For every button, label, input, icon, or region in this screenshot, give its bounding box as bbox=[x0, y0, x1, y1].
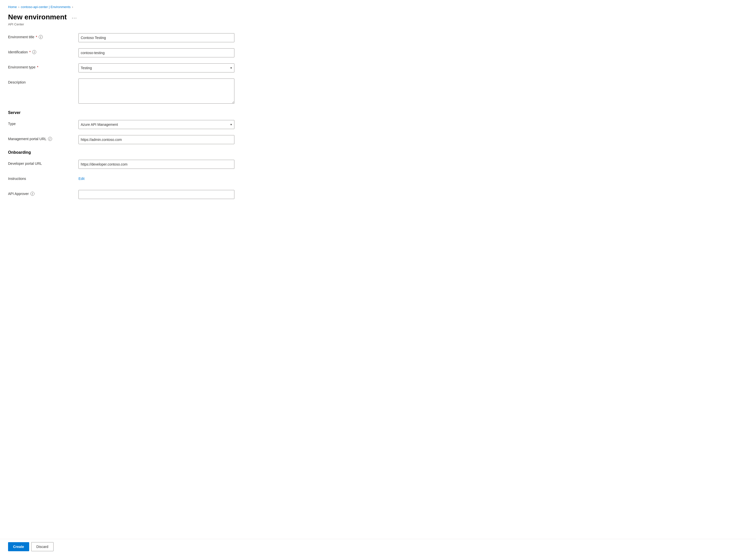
api-approver-row: API Approver i bbox=[8, 190, 294, 199]
environment-type-row: Environment type * Testing Production St… bbox=[8, 63, 294, 72]
instructions-edit-link[interactable]: Edit bbox=[78, 175, 84, 181]
api-approver-info-icon[interactable]: i bbox=[31, 192, 35, 196]
onboarding-section: Onboarding bbox=[8, 150, 294, 155]
instructions-control: Edit bbox=[78, 175, 234, 181]
environment-type-control: Testing Production Staging Development ▾ bbox=[78, 63, 234, 72]
env-type-required-asterisk: * bbox=[37, 65, 38, 69]
server-type-control: Azure API Management AWS API Gateway Oth… bbox=[78, 120, 234, 129]
create-button[interactable]: Create bbox=[8, 542, 29, 551]
discard-button[interactable]: Discard bbox=[31, 542, 54, 551]
environment-type-label: Environment type * bbox=[8, 63, 78, 69]
environment-type-select[interactable]: Testing Production Staging Development bbox=[78, 63, 234, 72]
developer-portal-url-control bbox=[78, 160, 234, 169]
environment-title-input[interactable] bbox=[78, 33, 234, 42]
management-portal-url-info-icon[interactable]: i bbox=[48, 137, 52, 141]
environment-title-row: Environment title * i bbox=[8, 33, 294, 42]
server-type-select-wrapper: Azure API Management AWS API Gateway Oth… bbox=[78, 120, 234, 129]
developer-portal-url-row: Developer portal URL bbox=[8, 160, 294, 169]
developer-portal-url-label: Developer portal URL bbox=[8, 160, 78, 166]
breadcrumb-sep-1: › bbox=[18, 5, 19, 9]
instructions-row: Instructions Edit bbox=[8, 175, 294, 184]
identification-input[interactable] bbox=[78, 48, 234, 57]
description-label: Description bbox=[8, 78, 78, 84]
identification-control bbox=[78, 48, 234, 57]
page-subtitle: API Center bbox=[8, 22, 294, 26]
server-section: Server bbox=[8, 110, 294, 115]
breadcrumb-home[interactable]: Home bbox=[8, 5, 17, 9]
description-textarea[interactable] bbox=[78, 78, 234, 104]
api-approver-label: API Approver i bbox=[8, 190, 78, 196]
breadcrumb-sep-2: › bbox=[72, 5, 73, 9]
environment-title-info-icon[interactable]: i bbox=[39, 35, 43, 39]
server-type-label: Type bbox=[8, 120, 78, 126]
required-asterisk: * bbox=[36, 35, 37, 39]
server-section-header: Server bbox=[8, 110, 294, 115]
management-portal-url-row: Management portal URL i bbox=[8, 135, 294, 144]
breadcrumb-environments[interactable]: contoso-api-center | Environments bbox=[21, 5, 71, 9]
identification-info-icon[interactable]: i bbox=[32, 50, 36, 54]
api-approver-input[interactable] bbox=[78, 190, 234, 199]
description-row: Description bbox=[8, 78, 294, 104]
page-title: New environment bbox=[8, 13, 67, 21]
environment-title-control bbox=[78, 33, 234, 42]
api-approver-control bbox=[78, 190, 234, 199]
identification-row: Identification * i bbox=[8, 48, 294, 57]
onboarding-section-header: Onboarding bbox=[8, 150, 294, 155]
identification-label: Identification * i bbox=[8, 48, 78, 54]
management-portal-url-input[interactable] bbox=[78, 135, 234, 144]
description-control bbox=[78, 78, 234, 104]
environment-title-label: Environment title * i bbox=[8, 33, 78, 39]
instructions-label: Instructions bbox=[8, 175, 78, 181]
breadcrumb: Home › contoso-api-center | Environments… bbox=[8, 5, 294, 9]
identification-required-asterisk: * bbox=[30, 50, 31, 54]
server-type-select[interactable]: Azure API Management AWS API Gateway Oth… bbox=[78, 120, 234, 129]
management-portal-url-label: Management portal URL i bbox=[8, 135, 78, 141]
developer-portal-url-input[interactable] bbox=[78, 160, 234, 169]
management-portal-url-control bbox=[78, 135, 234, 144]
environment-type-select-wrapper: Testing Production Staging Development ▾ bbox=[78, 63, 234, 72]
new-environment-form: Environment title * i Identification * i… bbox=[8, 33, 294, 199]
more-options-button[interactable]: ... bbox=[70, 13, 79, 21]
footer-bar: Create Discard bbox=[0, 539, 756, 554]
server-type-row: Type Azure API Management AWS API Gatewa… bbox=[8, 120, 294, 129]
